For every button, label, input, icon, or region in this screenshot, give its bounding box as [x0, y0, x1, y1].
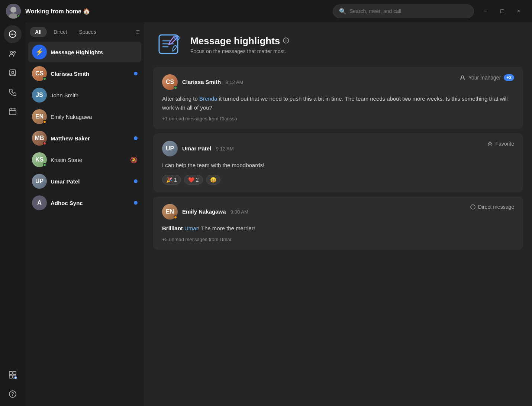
tab-direct[interactable]: Direct [48, 27, 72, 37]
sidebar-avatar-john: JS [32, 88, 47, 103]
reaction-smile[interactable]: 😄 [206, 175, 220, 185]
svg-rect-14 [9, 375, 12, 378]
msg-sender-name: Clarissa Smith [182, 79, 221, 85]
filter-icon[interactable]: ≡ [136, 28, 140, 36]
msg-time: 8:12 AM [226, 79, 244, 85]
msg-action-manager[interactable]: Your manager +3 [460, 74, 514, 81]
message-card-clarissa: CS Clarissa Smith 8:12 AM Yo [153, 67, 523, 129]
word-brilliant: Brilliant [162, 225, 184, 231]
status-away [174, 215, 177, 219]
status-busy [43, 142, 46, 145]
reaction-party[interactable]: 🎉 1 [162, 175, 181, 185]
header-icon [156, 31, 183, 58]
nav-chat[interactable] [4, 25, 22, 43]
msg-unread: +5 unread messages from Umar [162, 237, 514, 242]
sidebar-item-info: Kristin Stone [51, 157, 126, 163]
info-icon[interactable]: ⓘ [283, 37, 289, 45]
sidebar-item-umar-patel[interactable]: UP Umar Patel [28, 171, 141, 192]
reaction-count: 2 [196, 177, 199, 183]
status-away [43, 120, 46, 124]
sidebar-avatar-umar: UP [32, 174, 47, 189]
msg-time: 9:00 AM [230, 209, 248, 215]
svg-point-10 [12, 71, 14, 74]
svg-point-5 [12, 34, 13, 35]
reaction-emoji: 😄 [210, 177, 216, 183]
nav-people[interactable] [4, 45, 22, 62]
nav-calendar[interactable] [4, 103, 22, 120]
svg-point-8 [14, 52, 16, 53]
app-title: Working from home 🏠 [25, 8, 328, 15]
mention-brenda: Brenda [199, 95, 217, 102]
sidebar-item-info: Matthew Baker [51, 135, 130, 142]
action-label: Your manager [468, 75, 501, 81]
svg-rect-12 [9, 371, 12, 374]
svg-point-21 [461, 76, 464, 78]
minimize-button[interactable]: − [478, 6, 493, 17]
mute-icon: 🔕 [130, 156, 138, 163]
direct-message-button[interactable]: Direct message [470, 204, 514, 210]
msg-header: CS Clarissa Smith 8:12 AM Yo [162, 74, 514, 90]
close-button[interactable]: × [511, 6, 526, 17]
page-title: Message highlights ⓘ [190, 35, 289, 47]
app-body: All Direct Spaces ≡ ⚡ Message Highlights… [0, 22, 532, 406]
mention-umar: Umar [184, 225, 198, 231]
reaction-heart[interactable]: ❤️ 2 [184, 175, 203, 185]
sidebar-item-message-highlights[interactable]: ⚡ Message Highlights [28, 42, 141, 62]
search-input[interactable] [349, 8, 468, 14]
sidebar-item-adhoc-sync[interactable]: A Adhoc Sync [28, 192, 141, 213]
message-card-emily: EN Emily Nakagawa 9:00 AM Direct message [153, 196, 523, 250]
sidebar: All Direct Spaces ≡ ⚡ Message Highlights… [25, 22, 144, 406]
svg-point-18 [12, 395, 13, 396]
msg-header: UP Umar Patel 9:12 AM Favorite [162, 141, 514, 156]
sidebar-avatar-highlights: ⚡ [32, 45, 47, 59]
msg-sender-row: CS Clarissa Smith 8:12 AM [162, 74, 243, 90]
sidebar-item-kristin-stone[interactable]: KS Kristin Stone 🔕 [28, 149, 141, 170]
search-bar[interactable]: 🔍 [333, 4, 474, 18]
sidebar-item-john-smith[interactable]: JS John Smith [28, 85, 141, 105]
main-header: Message highlights ⓘ Focus on the messag… [144, 22, 532, 67]
msg-sender-name: Umar Patel [182, 145, 211, 152]
titlebar: Working from home 🏠 🔍 − □ × [0, 0, 532, 22]
sidebar-item-name: Adhoc Sync [51, 200, 130, 206]
sidebar-item-clarissa-smith[interactable]: CS Clarissa Smith [28, 63, 141, 84]
nav-contacts[interactable] [4, 64, 22, 82]
svg-rect-13 [13, 371, 16, 374]
icon-rail [0, 22, 25, 406]
reaction-emoji: ❤️ [188, 177, 194, 183]
favorite-label: Favorite [495, 141, 514, 147]
favorite-button[interactable]: Favorite [487, 141, 514, 147]
sidebar-avatar-emily: EN [32, 109, 47, 124]
sidebar-item-info: Adhoc Sync [51, 200, 130, 206]
unread-badge [134, 201, 138, 205]
sidebar-item-name: Message Highlights [51, 49, 138, 55]
nav-apps[interactable] [4, 366, 22, 384]
action-badge: +3 [504, 74, 514, 81]
sidebar-avatar-adhoc: A [32, 195, 47, 210]
nav-phone[interactable] [4, 83, 22, 101]
sidebar-item-matthew-baker[interactable]: MB Matthew Baker [28, 128, 141, 149]
status-online [43, 163, 46, 167]
star-icon [487, 141, 493, 147]
msg-avatar-clarissa: CS [162, 74, 178, 90]
svg-point-6 [14, 34, 15, 35]
message-cards: CS Clarissa Smith 8:12 AM Yo [144, 67, 532, 259]
svg-point-1 [10, 7, 16, 13]
tab-spaces[interactable]: Spaces [74, 27, 101, 37]
tab-all[interactable]: All [30, 27, 47, 37]
msg-body: After talking to Brenda it turned out th… [162, 94, 514, 112]
sidebar-item-name: Umar Patel [51, 178, 130, 185]
status-online [43, 77, 46, 81]
manager-icon [460, 75, 465, 81]
msg-sender-info: Emily Nakagawa 9:00 AM [182, 208, 248, 215]
nav-help[interactable] [4, 385, 22, 403]
msg-sender-name: Emily Nakagawa [182, 208, 226, 215]
svg-point-22 [471, 205, 475, 209]
sidebar-item-name: Clarissa Smith [51, 71, 130, 77]
msg-avatar-umar: UP [162, 141, 178, 156]
maximize-button[interactable]: □ [495, 6, 510, 17]
sidebar-item-emily-nakagawa[interactable]: EN Emily Nakagawa [28, 106, 141, 127]
avatar-status-dot [17, 14, 20, 18]
sidebar-item-info: Clarissa Smith [51, 71, 130, 77]
sidebar-item-name: Matthew Baker [51, 135, 130, 142]
sidebar-item-info: Message Highlights [51, 49, 138, 55]
